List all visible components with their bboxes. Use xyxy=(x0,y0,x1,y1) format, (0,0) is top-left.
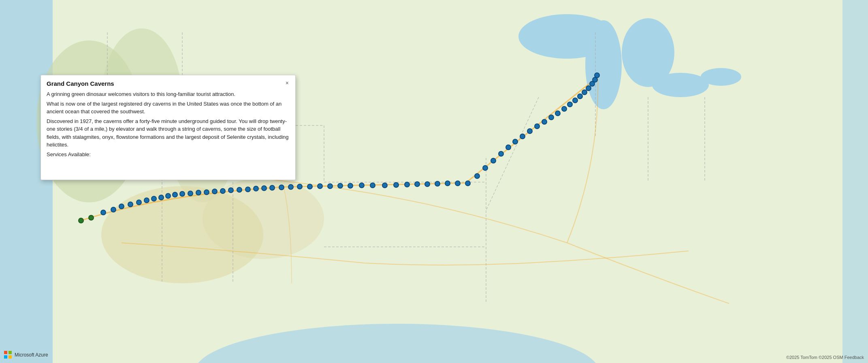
route-dot-end[interactable] xyxy=(594,72,600,78)
route-dot-40[interactable] xyxy=(455,180,461,186)
route-dot-11[interactable] xyxy=(179,191,185,197)
popup-para-4: Services Available: xyxy=(47,151,290,159)
route-dot-48[interactable] xyxy=(520,134,525,139)
route-dot-55[interactable] xyxy=(567,102,573,107)
ms-green-square xyxy=(9,351,12,354)
route-dot-13[interactable] xyxy=(196,190,201,195)
route-dot-26[interactable] xyxy=(307,184,313,189)
route-dot-37[interactable] xyxy=(424,181,430,187)
route-dot-3[interactable] xyxy=(119,204,124,209)
route-dot-25[interactable] xyxy=(297,184,303,189)
route-dot-28[interactable] xyxy=(327,183,333,189)
route-dot-18[interactable] xyxy=(237,187,242,193)
route-dot-56[interactable] xyxy=(572,98,578,103)
route-dot-51[interactable] xyxy=(542,119,547,125)
route-dot-39[interactable] xyxy=(445,180,450,186)
route-dot-46[interactable] xyxy=(505,144,511,150)
ms-red-square xyxy=(4,351,7,354)
route-dot-52[interactable] xyxy=(548,115,554,120)
route-dot-41[interactable] xyxy=(465,180,471,186)
attribution-text: ©2025 TomTom ©2025 OSM Feedback xyxy=(786,355,864,360)
route-dot-17[interactable] xyxy=(228,187,234,193)
route-dot-4[interactable] xyxy=(128,202,133,207)
route-dot-27[interactable] xyxy=(317,183,323,189)
popup-close-button[interactable]: × xyxy=(285,80,290,86)
route-dot-15[interactable] xyxy=(212,189,218,194)
route-dot-50[interactable] xyxy=(534,123,540,129)
route-dot-2[interactable] xyxy=(111,207,116,212)
route-dot-35[interactable] xyxy=(404,182,410,187)
ms-brand-label: Microsoft Azure xyxy=(15,352,48,358)
ms-logo: Microsoft Azure xyxy=(4,351,48,359)
ms-blue-square xyxy=(4,355,7,359)
popup-body[interactable]: A grinning green dinosaur welcomes visit… xyxy=(41,90,295,180)
route-dot-57[interactable] xyxy=(577,93,583,99)
route-dot-49[interactable] xyxy=(527,128,533,134)
route-dot-5[interactable] xyxy=(136,200,142,205)
route-dot-32[interactable] xyxy=(370,183,375,188)
route-dot-45[interactable] xyxy=(498,151,504,157)
route-dot-10[interactable] xyxy=(172,192,178,197)
route-dot-1[interactable] xyxy=(100,210,106,215)
popup-header: Grand Canyon Caverns × xyxy=(41,75,295,90)
route-dot-22[interactable] xyxy=(269,185,275,191)
route-dot-9[interactable] xyxy=(165,193,171,199)
route-dot-23[interactable] xyxy=(279,185,284,190)
ms-squares-icon xyxy=(4,351,12,359)
route-dot-30[interactable] xyxy=(348,183,353,189)
route-dot-8[interactable] xyxy=(158,195,164,200)
route-dot-16[interactable] xyxy=(220,188,226,194)
route-dot-start-2[interactable] xyxy=(88,215,94,221)
map-container[interactable]: OREGON IDAHO WYOMING SOUTH DAKOTA WISCON… xyxy=(0,0,868,363)
route-dot-36[interactable] xyxy=(414,181,420,187)
route-dot-14[interactable] xyxy=(204,189,209,195)
route-dot-7[interactable] xyxy=(151,196,157,202)
route-dot-53[interactable] xyxy=(555,110,561,116)
svg-point-8 xyxy=(701,68,741,86)
popup: Grand Canyon Caverns × A grinning green … xyxy=(41,75,296,180)
route-dot-44[interactable] xyxy=(491,158,496,163)
svg-point-7 xyxy=(652,73,709,97)
popup-para-1: A grinning green dinosaur welcomes visit… xyxy=(47,90,290,98)
svg-rect-1 xyxy=(0,0,53,363)
route-dot-21[interactable] xyxy=(261,185,267,191)
route-dot-31[interactable] xyxy=(359,183,365,188)
route-dot-54[interactable] xyxy=(561,106,567,112)
route-dot-34[interactable] xyxy=(393,182,399,188)
attribution: ©2025 TomTom ©2025 OSM Feedback xyxy=(786,355,864,360)
route-dot-47[interactable] xyxy=(512,139,518,144)
popup-title: Grand Canyon Caverns xyxy=(47,80,114,87)
route-dot-38[interactable] xyxy=(435,181,440,187)
svg-point-5 xyxy=(518,14,616,59)
route-dot-33[interactable] xyxy=(382,183,388,188)
route-dot-19[interactable] xyxy=(245,187,251,192)
route-dot-20[interactable] xyxy=(253,186,259,191)
route-dot-29[interactable] xyxy=(337,183,343,189)
route-dot-43[interactable] xyxy=(482,165,488,171)
route-dot-start-1[interactable] xyxy=(78,218,84,223)
route-dot-12[interactable] xyxy=(188,191,193,196)
popup-para-2: What is now one of the largest registere… xyxy=(47,100,290,116)
route-dot-42[interactable] xyxy=(474,173,480,179)
route-dot-24[interactable] xyxy=(288,184,294,190)
map-svg xyxy=(0,0,868,363)
route-dot-6[interactable] xyxy=(144,197,149,203)
ms-yellow-square xyxy=(9,355,12,359)
svg-rect-3 xyxy=(842,0,868,363)
popup-para-3: Discovered in 1927, the caverns offer a … xyxy=(47,117,290,149)
